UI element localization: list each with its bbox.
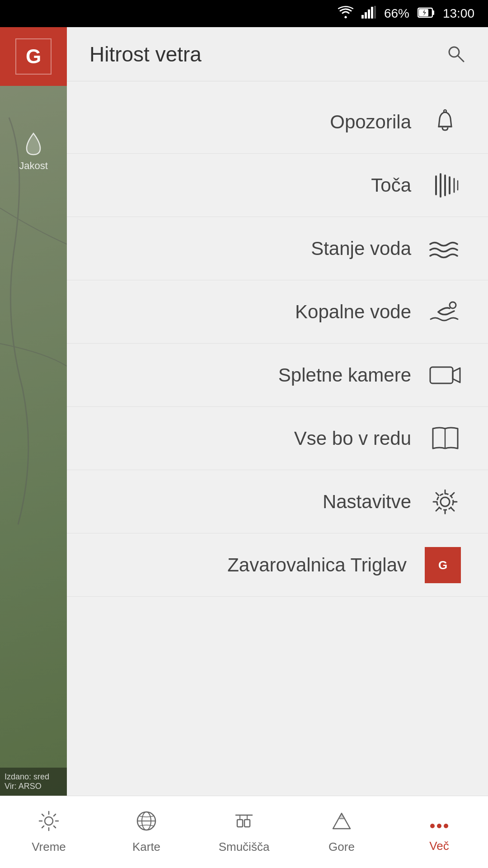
menu-item-kopalne-vode[interactable]: Kopalne vode (67, 280, 488, 344)
svg-point-12 (444, 110, 446, 113)
map-background: G Jakost Izdano: sred Vir: ARSO (0, 27, 67, 868)
wifi-icon (338, 6, 353, 22)
nav-item-karte[interactable]: Karte (98, 796, 195, 868)
drawer-title: Hitrost vetra (89, 42, 202, 66)
svg-text:G: G (438, 558, 447, 572)
rain-drop-icon (0, 131, 67, 160)
book-icon (429, 423, 461, 454)
drawer-header: Hitrost vetra (67, 27, 488, 81)
nav-label-karte: Karte (132, 840, 160, 854)
menu-item-vse-bo-v-redu[interactable]: Vse bo v redu (67, 407, 488, 470)
waves-icon (429, 233, 461, 264)
svg-rect-1 (361, 15, 364, 19)
settings-icon (429, 486, 461, 518)
issued-text: Izdano: sred (5, 772, 62, 782)
nav-item-vreme[interactable]: Vreme (0, 796, 98, 868)
bell-icon (429, 106, 461, 138)
nav-label-vec: Več (429, 839, 449, 853)
ski-icon (234, 811, 254, 836)
svg-point-21 (441, 497, 450, 506)
nav-label-vreme: Vreme (32, 840, 66, 854)
menu-item-spletne-kamere[interactable]: Spletne kamere (67, 344, 488, 407)
svg-point-42 (437, 824, 441, 828)
svg-point-19 (450, 302, 456, 308)
camera-icon (429, 359, 461, 391)
signal-icon (361, 6, 376, 22)
search-icon[interactable] (446, 43, 465, 65)
nav-label-gore: Gore (328, 840, 355, 854)
menu-item-zavarovalnica[interactable]: Zavarovalnica Triglav G (67, 533, 488, 597)
svg-point-22 (437, 494, 453, 510)
svg-rect-40 (244, 820, 250, 827)
nav-item-smucisca[interactable]: Smučišča (195, 796, 293, 868)
nav-item-gore[interactable]: Gore (293, 796, 390, 868)
svg-point-43 (444, 824, 448, 828)
swim-icon (429, 296, 461, 328)
menu-item-toca[interactable]: Toča (67, 154, 488, 217)
menu-list: Opozorila Toča (67, 81, 488, 814)
bottom-navigation: Vreme Karte Smučišča (0, 796, 488, 868)
menu-item-nastavitve[interactable]: Nastavitve (67, 470, 488, 533)
svg-line-10 (458, 56, 464, 61)
menu-item-opozorila[interactable]: Opozorila (67, 90, 488, 154)
battery-percent: 66% (384, 6, 409, 21)
mountain-icon (331, 811, 352, 836)
source-text: Vir: ARSO (5, 782, 62, 791)
svg-line-31 (54, 814, 56, 816)
time-display: 13:00 (443, 6, 474, 21)
svg-rect-38 (237, 820, 243, 827)
svg-rect-3 (368, 9, 370, 19)
svg-rect-7 (432, 10, 434, 15)
app-logo: G (15, 38, 52, 75)
dots-icon (429, 811, 450, 835)
svg-point-24 (45, 817, 53, 825)
nav-item-vec[interactable]: Več (390, 796, 488, 868)
svg-line-29 (42, 814, 44, 816)
jakost-label: Jakost (0, 160, 67, 172)
svg-point-0 (344, 16, 347, 18)
status-bar: 66% 13:00 (0, 0, 488, 27)
triglav-icon: G (425, 547, 461, 583)
menu-item-stanje-voda[interactable]: Stanje voda (67, 217, 488, 280)
battery-icon (418, 6, 435, 21)
nav-label-smucisca: Smučišča (219, 840, 270, 854)
sun-icon (38, 811, 59, 836)
svg-rect-4 (371, 7, 373, 19)
svg-point-41 (430, 824, 435, 828)
drawer-menu: Hitrost vetra Opozorila (67, 27, 488, 814)
svg-rect-20 (430, 367, 453, 383)
svg-rect-2 (365, 12, 367, 19)
svg-rect-5 (374, 6, 376, 19)
map-icon (136, 811, 157, 836)
svg-line-32 (42, 826, 44, 828)
svg-line-30 (54, 826, 56, 828)
hail-icon (429, 170, 461, 201)
